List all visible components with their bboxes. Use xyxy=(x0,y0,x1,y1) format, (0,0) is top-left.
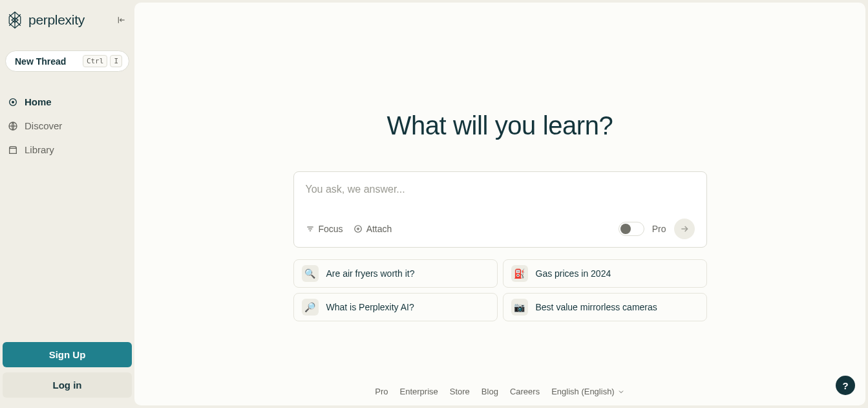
camera-icon: 📷 xyxy=(511,299,528,316)
suggestion-item[interactable]: 🔎 What is Perplexity AI? xyxy=(293,293,498,321)
gas-pump-icon: ⛽ xyxy=(511,265,528,282)
new-thread-shortcut: Ctrl I xyxy=(83,55,122,67)
search-controls: Focus Attach Pro xyxy=(306,219,695,239)
suggestion-text: Best value mirrorless cameras xyxy=(536,302,657,312)
suggestion-item[interactable]: 📷 Best value mirrorless cameras xyxy=(503,293,707,321)
collapse-icon xyxy=(117,16,126,25)
submit-button[interactable] xyxy=(674,219,695,239)
nav-item-library[interactable]: Library xyxy=(0,138,134,162)
focus-icon xyxy=(306,224,315,233)
library-icon xyxy=(8,145,18,155)
nav-label: Discover xyxy=(25,120,62,131)
arrow-right-icon xyxy=(679,224,690,234)
language-select[interactable]: English (English) xyxy=(551,387,625,396)
footer-links: Pro Enterprise Store Blog Careers Englis… xyxy=(375,387,624,396)
magnifier-icon: 🔍 xyxy=(302,265,319,282)
nav-label: Library xyxy=(25,144,54,155)
footer-link-enterprise[interactable]: Enterprise xyxy=(400,387,438,396)
suggestion-text: What is Perplexity AI? xyxy=(326,302,414,312)
new-thread-button[interactable]: New Thread Ctrl I xyxy=(5,50,129,72)
discover-icon xyxy=(8,121,18,131)
kbd-i: I xyxy=(110,55,122,67)
suggestion-text: Gas prices in 2024 xyxy=(536,268,611,279)
new-thread-label: New Thread xyxy=(15,56,66,67)
svg-point-1 xyxy=(12,101,14,103)
sidebar: perplexity New Thread Ctrl I Home Discov… xyxy=(0,0,134,408)
kbd-ctrl: Ctrl xyxy=(83,55,108,67)
suggestion-text: Are air fryers worth it? xyxy=(326,268,415,279)
focus-label: Focus xyxy=(319,224,343,234)
suggestion-item[interactable]: 🔍 Are air fryers worth it? xyxy=(293,259,498,288)
nav-list: Home Discover Library xyxy=(0,87,134,164)
search-box: Focus Attach Pro xyxy=(293,171,707,248)
help-icon: ? xyxy=(842,380,848,391)
right-controls: Pro xyxy=(619,219,695,239)
suggestion-item[interactable]: ⛽ Gas prices in 2024 xyxy=(503,259,707,288)
collapse-sidebar-button[interactable] xyxy=(114,12,129,28)
help-button[interactable]: ? xyxy=(836,376,855,395)
footer-link-store[interactable]: Store xyxy=(450,387,470,396)
footer-link-pro[interactable]: Pro xyxy=(375,387,388,396)
search-input[interactable] xyxy=(306,184,695,195)
footer-link-blog[interactable]: Blog xyxy=(482,387,498,396)
pro-label: Pro xyxy=(652,224,666,234)
chevron-down-icon xyxy=(617,388,625,396)
attach-button[interactable]: Attach xyxy=(354,224,392,234)
pro-toggle[interactable] xyxy=(619,222,644,236)
footer-link-careers[interactable]: Careers xyxy=(510,387,540,396)
hero-title: What will you learn? xyxy=(387,111,613,140)
login-button[interactable]: Log in xyxy=(3,372,132,398)
language-label: English (English) xyxy=(551,387,615,396)
focus-button[interactable]: Focus xyxy=(306,224,343,234)
nav-label: Home xyxy=(25,96,52,107)
signup-button[interactable]: Sign Up xyxy=(3,342,132,367)
sidebar-bottom: Sign Up Log in xyxy=(0,339,134,400)
nav-item-home[interactable]: Home xyxy=(0,90,134,114)
nav-item-discover[interactable]: Discover xyxy=(0,114,134,138)
logo-row: perplexity xyxy=(0,8,134,32)
logo-icon xyxy=(5,10,25,30)
home-icon xyxy=(8,97,18,107)
attach-label: Attach xyxy=(366,224,392,234)
logo-text: perplexity xyxy=(28,12,85,28)
attach-icon xyxy=(354,224,363,233)
main-panel: What will you learn? Focus Attach Pro xyxy=(134,3,865,405)
toggle-knob xyxy=(620,224,631,234)
suggestions-grid: 🔍 Are air fryers worth it? ⛽ Gas prices … xyxy=(293,259,707,321)
magnifier-icon: 🔎 xyxy=(302,299,319,316)
